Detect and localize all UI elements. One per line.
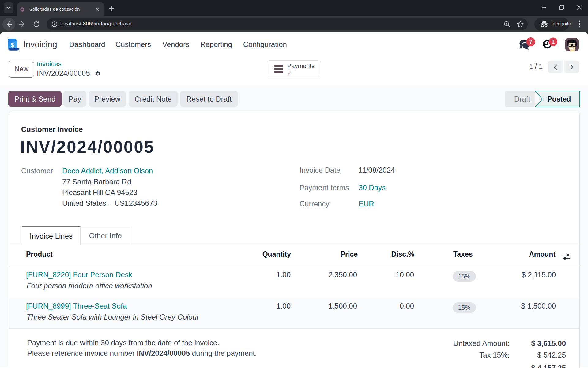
svg-text:Posted: Posted [548,95,571,103]
svg-text:7: 7 [529,39,532,45]
svg-text:Draft: Draft [514,95,530,103]
svg-text:$: $ [11,42,14,48]
svg-text:1: 1 [551,38,555,45]
